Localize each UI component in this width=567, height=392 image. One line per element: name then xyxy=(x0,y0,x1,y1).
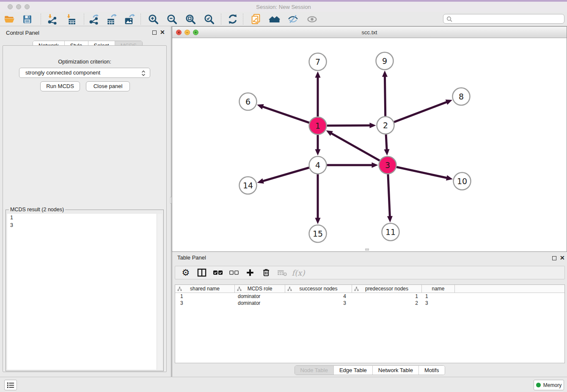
table-cell[interactable]: 3 xyxy=(175,300,235,306)
zoom-selected-icon[interactable] xyxy=(203,13,215,25)
graph-node-11[interactable]: 11 xyxy=(382,224,399,241)
table-settings-icon[interactable]: ⚙ xyxy=(179,267,192,278)
new-network-from-selection-icon[interactable] xyxy=(250,13,261,25)
zoom-in-icon[interactable] xyxy=(147,13,159,25)
export-network-icon[interactable] xyxy=(87,13,99,25)
column-header-shared-name[interactable]: shared name xyxy=(175,285,235,293)
show-all-icon[interactable] xyxy=(306,13,318,25)
graph-edge-arrowhead xyxy=(382,70,388,77)
window-title: Session: New Session xyxy=(0,4,567,10)
function-builder-icon: f(x) xyxy=(292,267,305,278)
table-cell[interactable]: dominator xyxy=(235,300,285,306)
dropdown-value: strongly connected component xyxy=(25,69,100,76)
table-cell[interactable]: 3 xyxy=(285,300,352,306)
mcds-result-list[interactable]: 13 xyxy=(7,214,162,370)
network-canvas[interactable]: 7968124314101511 xyxy=(172,38,567,251)
column-header-successor-nodes[interactable]: successor nodes xyxy=(285,285,352,293)
delete-column-icon[interactable] xyxy=(260,267,272,278)
table-cell[interactable]: 2 xyxy=(352,300,422,306)
hide-selected-icon[interactable] xyxy=(287,13,299,25)
table-toolbar: ⚙ f(x) xyxy=(175,266,565,279)
table-cell[interactable]: dominator xyxy=(235,293,285,300)
unselect-all-columns-icon[interactable] xyxy=(228,267,240,278)
memory-button[interactable]: Memory xyxy=(534,380,564,390)
import-network-icon[interactable] xyxy=(46,13,58,25)
result-item[interactable]: 3 xyxy=(7,221,162,229)
table-tab-network-table[interactable]: Network Table xyxy=(373,366,419,375)
mcds-panel: Optimization criterion: strongly connect… xyxy=(3,45,167,372)
apply-layout-icon[interactable] xyxy=(227,13,239,25)
table-cell[interactable]: 4 xyxy=(285,293,352,300)
run-mcds-button[interactable]: Run MCDS xyxy=(40,81,80,91)
table-cell[interactable]: 1 xyxy=(422,293,455,300)
open-session-icon[interactable] xyxy=(3,13,15,25)
float-panel-icon[interactable] xyxy=(152,30,157,35)
export-table-icon[interactable] xyxy=(106,13,118,25)
graph-node-3[interactable]: 3 xyxy=(379,157,396,174)
column-header-label: MCDS role xyxy=(248,286,272,292)
graph-edge-2-9[interactable] xyxy=(385,76,385,116)
control-panel: Control Panel ✕ NetworkStyleSelectMCDS O… xyxy=(0,26,169,377)
table-row[interactable]: 3dominator323 xyxy=(175,300,564,306)
network-window-titlebar[interactable]: scc.txt xyxy=(172,27,567,38)
table-tab-motifs[interactable]: Motifs xyxy=(419,366,445,375)
graph-node-1[interactable]: 1 xyxy=(309,117,327,135)
table-cell[interactable]: 1 xyxy=(175,293,235,300)
close-panel-button[interactable]: Close panel xyxy=(86,81,130,91)
search-input[interactable] xyxy=(454,15,561,23)
graph-node-2[interactable]: 2 xyxy=(377,117,394,134)
column-header-name[interactable]: name xyxy=(422,285,455,293)
optimization-criterion-dropdown[interactable]: strongly connected component xyxy=(19,68,150,78)
table-cell[interactable]: 1 xyxy=(352,293,422,300)
column-header-label: successor nodes xyxy=(299,286,337,292)
graph-node-8[interactable]: 8 xyxy=(453,88,470,105)
graph-node-7[interactable]: 7 xyxy=(309,53,327,71)
table-tab-node-table[interactable]: Node Table xyxy=(295,366,334,375)
canvas-resize-grip[interactable] xyxy=(365,248,369,251)
graph-node-6[interactable]: 6 xyxy=(239,93,257,110)
graph-node-4[interactable]: 4 xyxy=(309,157,327,174)
export-image-icon[interactable] xyxy=(124,13,135,25)
close-panel-icon[interactable]: ✕ xyxy=(160,28,165,36)
table-tab-edge-table[interactable]: Edge Table xyxy=(334,366,373,375)
graph-edge-3-10[interactable] xyxy=(396,167,447,178)
column-header-mcds-role[interactable]: MCDS role xyxy=(235,285,285,293)
table-row[interactable]: 1dominator411 xyxy=(175,293,564,300)
graph-edge-2-3[interactable] xyxy=(386,134,387,150)
graph-node-10[interactable]: 10 xyxy=(454,173,471,190)
first-neighbors-icon[interactable] xyxy=(268,13,280,25)
table-body: 1dominator4113dominator323 xyxy=(175,293,564,306)
graph-edge-4-14[interactable] xyxy=(262,168,309,181)
table-cell[interactable]: 3 xyxy=(422,300,455,306)
task-history-button[interactable] xyxy=(4,380,17,390)
toolbar-separator xyxy=(243,14,243,25)
graph-node-9[interactable]: 9 xyxy=(376,52,394,70)
graph-node-14[interactable]: 14 xyxy=(239,177,257,194)
import-table-icon[interactable] xyxy=(64,13,76,25)
select-all-columns-icon[interactable] xyxy=(212,267,224,278)
save-session-icon[interactable] xyxy=(21,13,33,25)
zoom-fit-icon[interactable] xyxy=(184,13,196,25)
show-column-panel-icon[interactable] xyxy=(195,267,208,278)
graph-edge-1-2[interactable] xyxy=(327,125,370,126)
hierarchy-icon xyxy=(354,287,359,291)
task-list-icon xyxy=(6,381,15,389)
graph-edge-2-8[interactable] xyxy=(394,102,447,122)
close-table-panel-icon[interactable]: ✕ xyxy=(560,254,565,262)
float-table-panel-icon[interactable] xyxy=(552,256,556,260)
toolbar-separator xyxy=(41,14,41,25)
table-tabs: Node TableEdge TableNetwork TableMotifs xyxy=(294,365,445,375)
result-item[interactable]: 1 xyxy=(7,214,162,221)
graph-edge-3-11[interactable] xyxy=(388,174,390,217)
graph-edge-1-6[interactable] xyxy=(262,107,309,123)
create-column-icon[interactable] xyxy=(244,267,256,278)
zoom-out-icon[interactable] xyxy=(166,13,178,25)
svg-text:11: 11 xyxy=(385,227,396,237)
column-header-predecessor-nodes[interactable]: predecessor nodes xyxy=(352,285,422,293)
network-view-window: scc.txt 7968124314101511 xyxy=(172,26,567,252)
graph-edge-3-1[interactable] xyxy=(331,133,380,160)
graph-edge-arrowhead xyxy=(384,149,390,155)
result-scrollbar[interactable] xyxy=(157,214,162,370)
graph-node-15[interactable]: 15 xyxy=(309,225,327,243)
graph-edge-arrowhead xyxy=(387,216,393,222)
